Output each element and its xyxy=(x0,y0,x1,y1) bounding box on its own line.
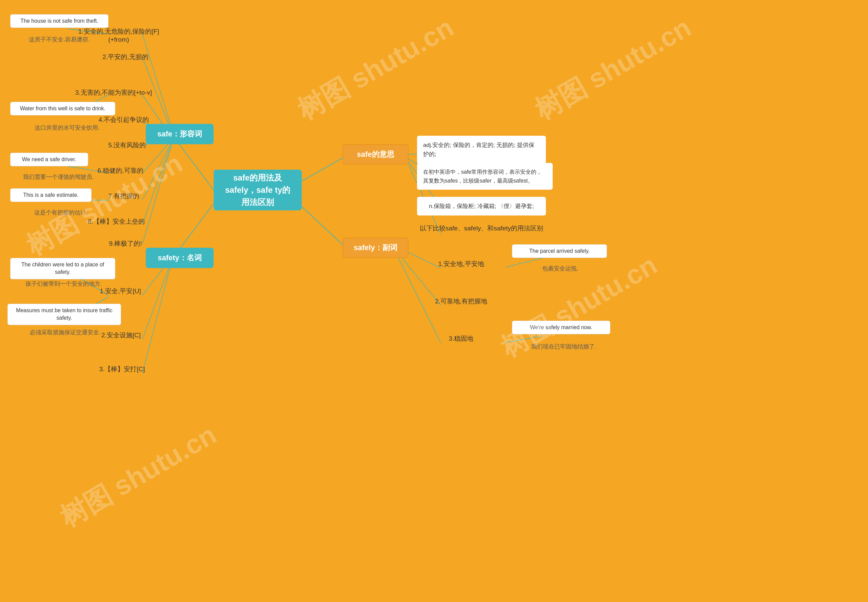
safe-m8-node: 8.【棒】安全上垒的 xyxy=(74,217,159,226)
safely-ae2-cn: 我们现在已牢固地结婚了. xyxy=(525,343,602,350)
safe-e1-cn: 这房子不安全,容易遭窃. xyxy=(20,35,98,43)
safety-se1-en: The children were led to a place of safe… xyxy=(10,258,115,279)
safely-ae1-en: The parcel arrived safely. xyxy=(512,244,607,258)
safely-ae1-cn: 包裹安全运抵. xyxy=(522,265,599,272)
center-node: safe的用法及safely，safe ty的用法区别 xyxy=(214,170,302,210)
svg-line-20 xyxy=(295,156,346,185)
safe-m4-node: 4.不会引起争议的 xyxy=(85,115,163,124)
watermark-2: 树图 shutu.cn xyxy=(291,9,461,129)
svg-line-17 xyxy=(142,263,171,373)
safe-e3-en: We need a safe driver. xyxy=(10,153,88,166)
safe-meaning-node: safe的意思 xyxy=(343,144,409,164)
safe-m2-node: 2.平安的,无损的 xyxy=(88,52,163,61)
svg-line-30 xyxy=(505,336,542,343)
safe-e1-en: The house is not safe from theft. xyxy=(10,14,109,28)
safe-n-desc: n.保险箱，保险柜; 冷藏箱; 〈俚〉避孕套; xyxy=(417,197,546,215)
safely-adv3-node: 3.稳固地 xyxy=(417,334,505,343)
safe-m9-node: 9.棒极了的! xyxy=(92,239,159,248)
svg-line-9 xyxy=(142,144,171,224)
safe-e4-cn: 这是个有把握的估计. xyxy=(20,209,102,217)
safe-note: 在初中英语中，safe常用作形容词，表示安全的，其复数为safes，比较级saf… xyxy=(417,163,553,190)
safety-noun-node: safety：名词 xyxy=(146,248,214,268)
safely-ae2-en: We're safely married now. xyxy=(512,321,610,334)
safe-m7-node: 7.有把握的 xyxy=(88,192,159,201)
safety-sn3-node: 3.【棒】安打[C] xyxy=(86,365,158,374)
safe-m3-node: 3.无害的,不能为害的[+to-v] xyxy=(68,88,159,97)
safely-adv2-node: 2.可靠地,有把握地 xyxy=(417,297,505,306)
safe-e2-en: Water from this well is safe to drink. xyxy=(10,102,115,115)
safety-se1-cn: 孩子们被带到一个安全的地方. xyxy=(18,280,109,288)
safe-m5-node: 5.没有风险的 xyxy=(92,141,163,150)
center-label: safe的用法及safely，safe ty的用法区别 xyxy=(224,172,292,208)
safely-adv-node: safely：副词 xyxy=(343,238,409,258)
safe-e2-cn: 这口井里的水可安全饮用. xyxy=(22,124,112,132)
watermark-5: 树图 shutu.cn xyxy=(54,417,223,536)
safety-se2-en: Measures must be taken to insure traffic… xyxy=(8,304,121,325)
svg-line-21 xyxy=(295,200,346,248)
safe-adj-desc: adj.安全的; 保险的，肯定的; 无损的; 提供保护的; xyxy=(417,136,546,164)
safely-adv1-node: 1.安全地,平安地 xyxy=(417,260,505,269)
safe-compare-text: 以下比较safe、safely、和safety的用法区别 xyxy=(417,224,546,233)
svg-line-16 xyxy=(142,261,171,339)
safety-se2-cn: 必须采取措施保证交通安全. xyxy=(20,329,110,336)
watermark-3: 树图 shutu.cn xyxy=(528,9,698,129)
safety-sn1-node: 1.安全,平安[U] xyxy=(83,287,158,296)
safe-e3-cn: 我们需要一个谨慎的驾驶员. xyxy=(14,173,103,181)
safe-e4-en: This is a safe estimate. xyxy=(10,188,92,202)
